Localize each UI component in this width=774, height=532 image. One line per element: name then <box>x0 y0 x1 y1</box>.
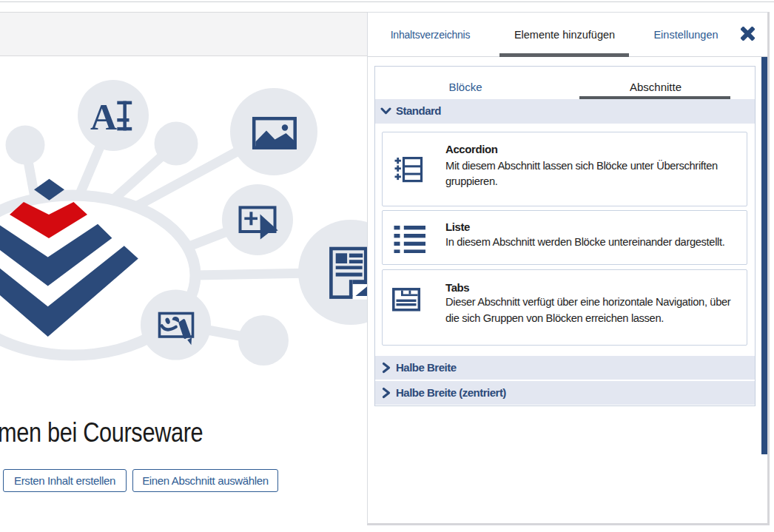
svg-text:A: A <box>90 96 117 138</box>
